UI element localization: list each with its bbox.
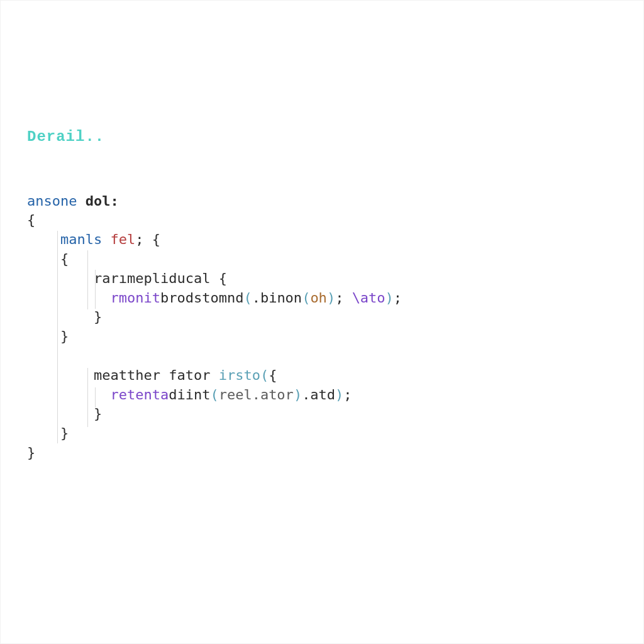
code-token: diint: [169, 387, 210, 402]
code-token: {: [269, 367, 277, 383]
code-token: (: [243, 290, 252, 306]
code-token: brodstomnd: [160, 290, 243, 306]
code-token: .binon: [252, 290, 302, 306]
code-block: ansone dol: { manls fel; { { rarımeplidu…: [27, 192, 617, 463]
code-token: (: [260, 367, 269, 383]
code-token: ): [327, 290, 335, 306]
code-editor[interactable]: { "title": "Derail..", "code": { "l1_kw"…: [1, 1, 643, 488]
code-token: {: [60, 251, 69, 267]
code-token: rmonit: [110, 290, 160, 306]
code-token: meatther fator: [94, 367, 219, 383]
code-token: (: [210, 387, 218, 402]
section-title: Derail..: [27, 126, 617, 148]
code-token: oh: [310, 290, 327, 306]
code-token: rarımepl: [94, 270, 160, 286]
code-token: ansone: [27, 193, 77, 209]
code-token: \ato: [352, 290, 386, 306]
code-token: ): [294, 387, 302, 402]
code-token: }: [27, 445, 35, 460]
code-token: ;: [394, 290, 402, 306]
code-content[interactable]: ansone dol: { manls fel; { { rarımeplidu…: [27, 192, 617, 463]
code-token: }: [60, 425, 69, 441]
code-token: .atd: [302, 387, 335, 402]
code-token: retenta: [110, 387, 169, 402]
code-token: ;: [335, 290, 352, 306]
code-token: ): [335, 387, 343, 402]
code-token: }: [60, 328, 69, 344]
code-token: fel: [102, 231, 135, 247]
code-token: {: [27, 212, 35, 228]
code-token: ; {: [135, 231, 160, 247]
code-token: }: [94, 309, 102, 325]
code-token: reel.ator: [219, 387, 294, 402]
code-token: iducal {: [160, 270, 227, 286]
code-token: irsto: [219, 367, 260, 383]
code-token: ;: [343, 387, 352, 402]
code-token: (: [302, 290, 310, 306]
code-token: manls: [60, 231, 102, 247]
code-token: }: [94, 406, 102, 421]
code-token: ): [386, 290, 394, 306]
code-token: dol:: [77, 193, 118, 209]
